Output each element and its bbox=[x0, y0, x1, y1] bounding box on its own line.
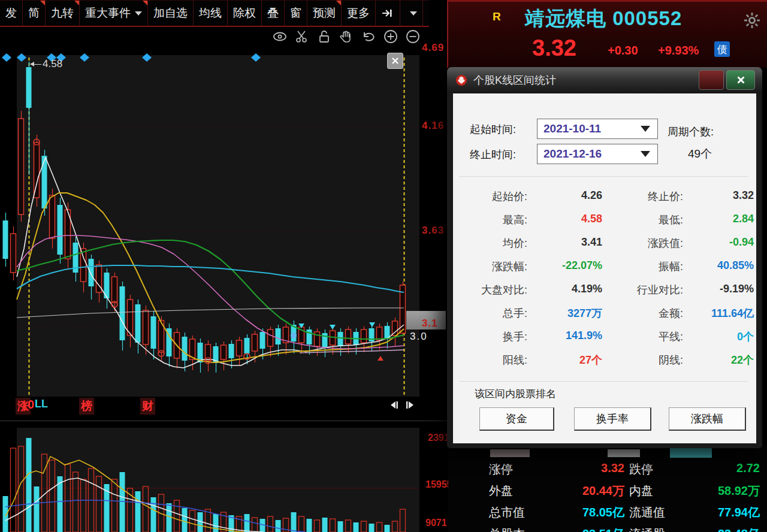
undo-icon[interactable] bbox=[361, 29, 376, 44]
toolbar-item-10[interactable]: 更多 bbox=[342, 1, 376, 26]
stat-v2-row-7: 22个 bbox=[687, 353, 754, 367]
stat-l2-row-4: 行业对比: bbox=[597, 283, 683, 297]
stat-v2-row-5: 111.64亿 bbox=[687, 306, 754, 321]
toolbar-item-label: 均线 bbox=[199, 5, 222, 21]
toolbar-item-5[interactable]: 均线 bbox=[194, 1, 228, 26]
page-next-icon[interactable] bbox=[405, 400, 416, 412]
bond-badge[interactable]: 债 bbox=[714, 41, 730, 57]
volume-axis-label: 9071 bbox=[425, 518, 447, 528]
start-date-dropdown[interactable]: 2021-10-11 bbox=[537, 119, 658, 139]
marker-dash bbox=[34, 64, 41, 65]
quote-header: R 靖远煤电 000552 3.32 +0.30 +9.93% 债 bbox=[447, 0, 767, 68]
high-price-label: 4.58 bbox=[43, 58, 62, 70]
candle-up bbox=[361, 330, 367, 343]
toolbar-item-8[interactable]: 窗 bbox=[285, 1, 307, 26]
candle-up bbox=[268, 330, 273, 346]
info-label: 跌停 bbox=[629, 461, 653, 477]
eye-icon[interactable] bbox=[273, 29, 287, 44]
margin-r-badge: R bbox=[493, 10, 501, 23]
indicator-tag[interactable]: 榜 bbox=[79, 398, 94, 415]
volume-bar bbox=[151, 497, 156, 532]
volume-bar bbox=[182, 508, 188, 532]
occluded-text-fragment bbox=[490, 449, 530, 457]
indicator-tag[interactable]: 0 bbox=[28, 398, 34, 412]
info-label: 涨停 bbox=[489, 461, 513, 477]
stat-l1-row-6: 换手: bbox=[453, 330, 527, 344]
stat-v1-row-3: -22.07% bbox=[531, 259, 602, 272]
toolbar-item-6[interactable]: 除权 bbox=[228, 1, 262, 26]
toolbar-item-1[interactable]: 简 bbox=[23, 1, 46, 26]
toolbar-item-next-pane[interactable] bbox=[376, 1, 400, 26]
ranking-button-1[interactable]: 换手率 bbox=[574, 407, 651, 431]
toolbar-item-0[interactable]: 发 bbox=[0, 1, 23, 26]
candle-up bbox=[112, 277, 117, 303]
ranking-button-0[interactable]: 资金 bbox=[479, 407, 554, 431]
app-logo-icon bbox=[455, 74, 467, 86]
occluded-text-fragment bbox=[608, 449, 640, 457]
info-label: 外盘 bbox=[489, 483, 513, 499]
volume-bar bbox=[354, 522, 359, 532]
page-prev-icon[interactable] bbox=[388, 400, 399, 412]
stat-l1-row-2: 均价: bbox=[453, 236, 527, 250]
volume-bar bbox=[322, 518, 328, 532]
trading-app-window: 发简九转重大事件加自选均线除权叠窗预测更多 4.58 3.0 涨0LL榜财 R … bbox=[0, 0, 767, 532]
divider bbox=[459, 381, 748, 382]
last-price: 3.32 bbox=[532, 35, 576, 61]
candle-down bbox=[89, 259, 94, 286]
zoom-in-icon[interactable] bbox=[384, 29, 398, 44]
stat-v1-row-4: 4.19% bbox=[531, 283, 602, 295]
info-value: 2.72 bbox=[676, 461, 760, 475]
end-time-label: 终止时间: bbox=[470, 147, 516, 162]
candle-down bbox=[151, 316, 156, 349]
ranking-button-2[interactable]: 涨跌幅 bbox=[669, 407, 746, 431]
candle-down bbox=[182, 337, 188, 361]
indicator-tag[interactable]: LL bbox=[35, 398, 48, 410]
dialog-close-button[interactable] bbox=[726, 70, 755, 90]
info-value: 20.44万 bbox=[544, 483, 624, 499]
gear-icon[interactable] bbox=[744, 13, 760, 31]
candle-down bbox=[244, 338, 250, 353]
event-diamond-icon[interactable] bbox=[2, 53, 11, 62]
volume-axis-label: 2391 bbox=[428, 433, 449, 443]
stat-v1-row-1: 4.58 bbox=[531, 213, 602, 225]
toolbar-item-7[interactable]: 叠 bbox=[262, 1, 285, 26]
scissors-icon[interactable] bbox=[295, 29, 309, 44]
candle-down bbox=[276, 328, 281, 344]
candle-up bbox=[81, 249, 86, 282]
toolbar-item-label: 发 bbox=[5, 5, 17, 21]
volume-bar bbox=[307, 519, 312, 532]
pane-divider[interactable] bbox=[0, 421, 447, 421]
stat-v1-row-6: 141.9% bbox=[531, 330, 602, 342]
candle-up bbox=[221, 345, 227, 359]
zoom-out-icon[interactable] bbox=[406, 29, 420, 44]
toolbar-item-dropdown[interactable] bbox=[400, 1, 423, 26]
chart-pane-close-button[interactable] bbox=[387, 53, 403, 69]
volume-bar bbox=[3, 496, 8, 532]
candle-down bbox=[26, 67, 32, 108]
stat-l2-row-2: 涨跌值: bbox=[597, 236, 683, 250]
info-label: 内盘 bbox=[629, 483, 653, 499]
close-icon bbox=[736, 75, 745, 84]
toolbar-item-label: 更多 bbox=[347, 5, 370, 21]
volume-bar bbox=[338, 521, 343, 532]
toolbar-item-label: 预测 bbox=[313, 5, 336, 21]
end-date-dropdown[interactable]: 2021-12-16 bbox=[537, 144, 658, 164]
main-plot-bg[interactable] bbox=[17, 55, 419, 397]
toolbar-item-3[interactable]: 重大事件 bbox=[80, 1, 148, 26]
stat-v1-row-7: 27个 bbox=[531, 353, 602, 367]
volume-bar bbox=[385, 525, 390, 532]
info-value: 58.92万 bbox=[676, 483, 760, 499]
toolbar-item-9[interactable]: 预测 bbox=[307, 1, 342, 26]
red-flag-badge bbox=[74, 1, 79, 5]
candle-down bbox=[58, 205, 63, 255]
volume-bar bbox=[291, 512, 297, 532]
candle-down bbox=[3, 220, 8, 259]
info-value: 23.51亿 bbox=[544, 526, 624, 532]
indicator-tag[interactable]: 财 bbox=[140, 398, 155, 415]
toolbar-item-2[interactable]: 九转 bbox=[46, 1, 80, 26]
toolbar-item-4[interactable]: 加自选 bbox=[148, 1, 194, 26]
occluded-text-fragment bbox=[670, 448, 712, 458]
lock-icon[interactable] bbox=[317, 29, 331, 44]
hand-icon[interactable] bbox=[339, 29, 354, 44]
dialog-secondary-button[interactable] bbox=[699, 70, 724, 90]
